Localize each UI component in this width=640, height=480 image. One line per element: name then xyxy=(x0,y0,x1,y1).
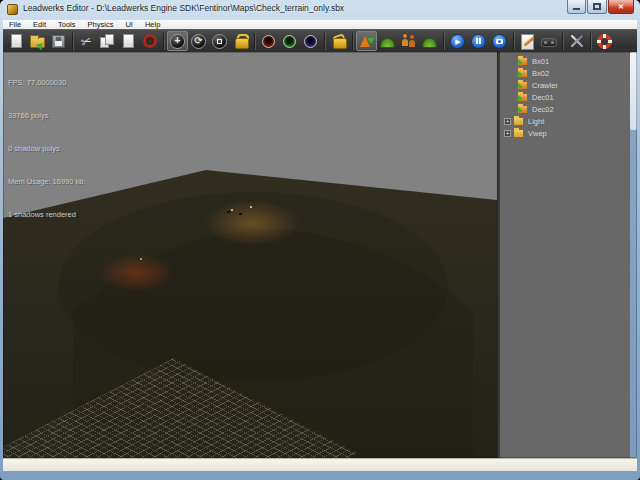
axis-x-button[interactable] xyxy=(258,31,279,51)
viewport-3d[interactable]: FPS: 77.0000030 39766 polys 0 shadow pol… xyxy=(3,52,497,458)
tree-scrollbar-thumb[interactable] xyxy=(630,52,637,130)
toolbar-separator xyxy=(440,33,447,50)
copy-icon xyxy=(100,34,115,49)
maximize-icon xyxy=(593,3,601,10)
toolbar-separator xyxy=(160,33,167,50)
move-tool-button[interactable]: + xyxy=(167,31,188,51)
play-button[interactable]: ▶ xyxy=(447,31,468,51)
render-button[interactable] xyxy=(489,31,510,51)
script-pencil-icon xyxy=(521,34,535,49)
camera-icon xyxy=(492,34,507,49)
window-title: Leadwerks Editor - D:\Leadwerks Engine S… xyxy=(23,3,344,13)
toolbar-separator xyxy=(510,33,517,50)
copy-button[interactable] xyxy=(97,31,118,51)
toolbar-separator xyxy=(349,33,356,50)
prefab-folder-icon xyxy=(517,81,528,90)
record-icon xyxy=(143,34,157,48)
expand-plus-icon[interactable]: + xyxy=(504,130,511,137)
tree-item-light[interactable]: + Light xyxy=(500,115,630,127)
options-button[interactable] xyxy=(566,31,587,51)
save-button[interactable] xyxy=(48,31,69,51)
toolbar-separator xyxy=(69,33,76,50)
tree-item-dec01[interactable]: Dec01 xyxy=(500,91,630,103)
folder-icon xyxy=(513,129,524,138)
stat-polys: 39766 polys xyxy=(8,110,86,121)
open-folder-icon xyxy=(30,37,45,48)
scene-tree-panel: Bx01 Bx02 Crawler Dec01 Dec02 + Light + … xyxy=(500,52,630,458)
pause-button[interactable] xyxy=(468,31,489,51)
light-marker xyxy=(140,258,142,260)
new-file-icon xyxy=(11,34,22,48)
scale-tool-button[interactable] xyxy=(209,31,230,51)
characters-button[interactable] xyxy=(398,31,419,51)
toolbar-separator xyxy=(251,33,258,50)
record-button[interactable] xyxy=(139,31,160,51)
tree-item-crawler[interactable]: Crawler xyxy=(500,79,630,91)
app-icon xyxy=(7,4,18,15)
crossed-tools-icon xyxy=(569,33,585,49)
gamepad-icon xyxy=(541,38,557,47)
drop-object-button[interactable] xyxy=(356,31,377,51)
prefab-folder-icon xyxy=(517,57,528,66)
menu-help[interactable]: Help xyxy=(139,20,166,29)
lock-icon xyxy=(235,34,247,49)
lock-open-icon xyxy=(333,34,345,49)
cut-button[interactable]: ✂ xyxy=(76,31,97,51)
rotate-tool-button[interactable]: ⟳ xyxy=(188,31,209,51)
characters-icon xyxy=(401,34,417,48)
help-button[interactable] xyxy=(594,31,615,51)
save-icon xyxy=(52,35,65,48)
minimize-button[interactable] xyxy=(567,0,586,14)
tree-item-vwep[interactable]: + Vwep xyxy=(500,127,630,139)
lock-open-button[interactable] xyxy=(328,31,349,51)
scene-model xyxy=(239,213,242,215)
paste-icon xyxy=(123,34,134,48)
tree-item-dec02[interactable]: Dec02 xyxy=(500,103,630,115)
cut-icon: ✂ xyxy=(79,33,94,49)
new-file-button[interactable] xyxy=(6,31,27,51)
terrain-raise-button[interactable] xyxy=(377,31,398,51)
open-button[interactable] xyxy=(27,31,48,51)
close-button[interactable]: ✕ xyxy=(608,0,634,14)
tree-item-bx01[interactable]: Bx01 xyxy=(500,55,630,67)
maximize-button[interactable] xyxy=(587,0,607,14)
menu-bar: File Edit Tools Physics UI Help xyxy=(3,20,637,29)
terrain-icon xyxy=(380,38,395,48)
menu-file[interactable]: File xyxy=(3,20,27,29)
menu-tools[interactable]: Tools xyxy=(52,20,82,29)
axis-y-button[interactable] xyxy=(279,31,300,51)
terrain-paint-button[interactable] xyxy=(419,31,440,51)
minimize-icon xyxy=(573,8,580,10)
terrain-icon xyxy=(422,38,437,48)
expand-plus-icon[interactable]: + xyxy=(504,118,511,125)
paste-button[interactable] xyxy=(118,31,139,51)
tree-scrollbar[interactable] xyxy=(630,52,637,458)
gamepad-button[interactable] xyxy=(538,31,559,51)
lock-button[interactable] xyxy=(230,31,251,51)
script-editor-button[interactable] xyxy=(517,31,538,51)
app-window: Leadwerks Editor - D:\Leadwerks Engine S… xyxy=(0,0,640,480)
move-icon: + xyxy=(170,34,185,49)
light-marker xyxy=(231,209,233,211)
play-icon: ▶ xyxy=(450,34,465,49)
render-stats-overlay: FPS: 77.0000030 39766 polys 0 shadow pol… xyxy=(8,55,86,242)
menu-ui[interactable]: UI xyxy=(119,20,139,29)
prefab-folder-icon xyxy=(517,105,528,114)
folder-icon xyxy=(513,117,524,126)
menu-physics[interactable]: Physics xyxy=(82,20,120,29)
stat-mem-usage: Mem Usage: 16990 kb: xyxy=(8,176,86,187)
scene-model xyxy=(227,211,230,213)
stat-fps: FPS: 77.0000030 xyxy=(8,77,86,88)
prefab-folder-icon xyxy=(517,69,528,78)
toolbar-separator xyxy=(559,33,566,50)
close-icon: ✕ xyxy=(618,3,624,11)
purple-sphere-icon xyxy=(304,35,317,48)
axis-z-button[interactable] xyxy=(300,31,321,51)
scale-icon xyxy=(212,34,227,49)
red-sphere-icon xyxy=(262,35,275,48)
title-bar[interactable]: Leadwerks Editor - D:\Leadwerks Engine S… xyxy=(0,0,640,20)
menu-edit[interactable]: Edit xyxy=(27,20,52,29)
rotate-icon: ⟳ xyxy=(191,34,206,49)
tree-item-bx02[interactable]: Bx02 xyxy=(500,67,630,79)
pause-icon xyxy=(471,34,486,49)
